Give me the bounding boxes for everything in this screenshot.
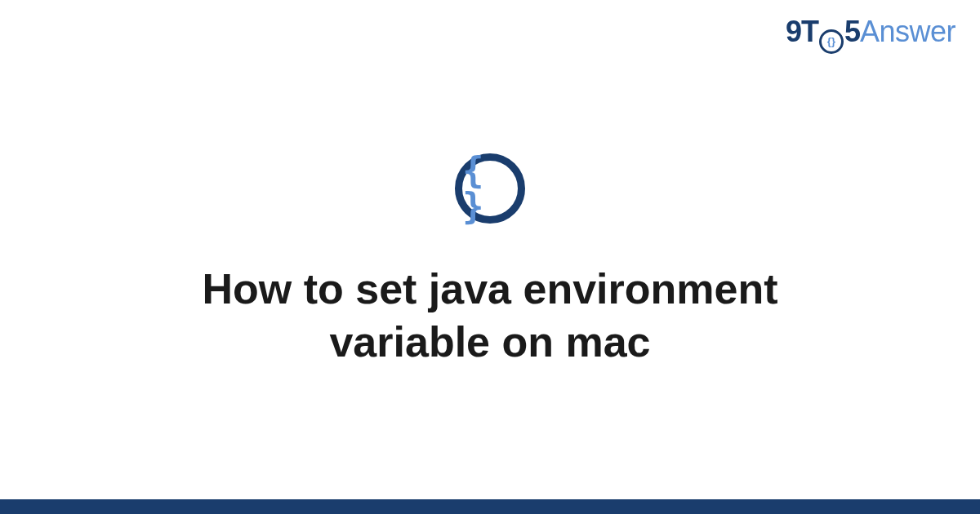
braces-glyph: { } (462, 153, 518, 224)
page-title: How to set java environment variable on … (122, 263, 858, 369)
code-braces-icon: { } (455, 153, 525, 224)
footer-bar (0, 499, 980, 514)
main-content: { } How to set java environment variable… (0, 0, 980, 514)
